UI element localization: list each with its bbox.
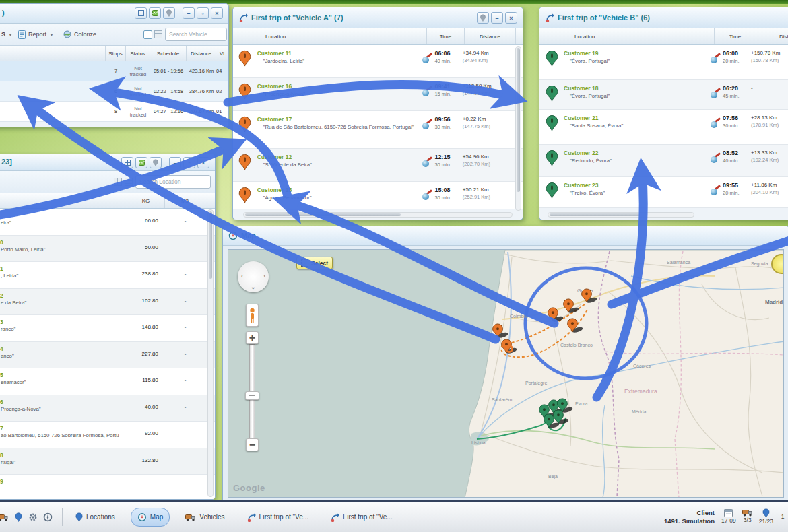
pan-down-icon[interactable]: ⌄ (251, 284, 256, 290)
col-marker[interactable] (233, 28, 257, 44)
taskbar-button-map[interactable]: Map (131, 508, 170, 527)
filter-checkbox[interactable] (143, 30, 152, 39)
stop-location: Customer 19 "Évora, Portugal" (564, 50, 711, 79)
taskbar-button-vehicles[interactable]: Vehicles (179, 508, 230, 526)
trip-stop-row[interactable]: Customer 11 "Jardoeira, Leiria" 06:0640 … (233, 45, 523, 78)
col-location[interactable]: Location (257, 28, 427, 44)
trip-b-horizontal-scrollbar[interactable] (548, 212, 694, 218)
location-row[interactable]: 7ão Bartolomeu, 6150-726 Sobreira Formos… (0, 422, 215, 448)
show-on-map-button[interactable] (149, 7, 161, 19)
location-row[interactable]: eira" 66.00 - (0, 209, 215, 236)
close-button[interactable]: × (211, 7, 223, 19)
pan-left-icon[interactable]: ‹ (241, 273, 243, 279)
vehicle-row[interactable]: 7 Not tracked 05:01 - 19:56 423.16 Km 04 (0, 61, 228, 81)
close-button[interactable]: × (197, 157, 209, 168)
location-row[interactable]: 6 Proença-a-Nova" 40.00 - (0, 395, 215, 422)
trip-stop-row[interactable]: Customer 17 "Rua de São Bartolomeu, 6150… (233, 111, 523, 149)
col-marker[interactable] (539, 28, 566, 44)
taskbar-truck-icon[interactable] (0, 510, 11, 525)
grid-view-button[interactable] (135, 7, 147, 19)
trip-b-titlebar[interactable]: First trip of "Vehicle B" (6) (539, 7, 788, 28)
gps-menu-button[interactable]: S▼ (1, 31, 13, 38)
grid-view-button[interactable] (121, 157, 133, 168)
stop-distance: - (751, 85, 788, 109)
minimize-button[interactable]: – (169, 157, 181, 168)
trip-stop-row[interactable]: Customer 16 "Proença-a-Nova" 09:4115 min… (233, 78, 523, 111)
col-distance[interactable]: Distance (756, 28, 788, 44)
col-vehicle[interactable]: Vi (216, 46, 228, 61)
vehicle-row[interactable]: 8 Not tracked 04:27 - 12:16 207.67 Km 01 (0, 102, 228, 122)
taskbar-gear-icon[interactable] (26, 510, 40, 525)
col-status[interactable]: Status (126, 46, 150, 61)
location-row[interactable]: 8rtugal" 132.80 - (0, 448, 215, 475)
location-row[interactable]: 5enamacor" 115.80 - (0, 368, 215, 395)
locations-panel-titlebar[interactable]: 23] – ▫ × (0, 154, 215, 171)
pin-panel-button[interactable] (150, 157, 162, 168)
col-time[interactable]: Time (427, 28, 465, 44)
col-stops[interactable]: Stops (106, 46, 126, 61)
trip-a-horizontal-scrollbar[interactable] (243, 212, 513, 218)
close-button[interactable]: × (505, 12, 517, 24)
vehicle-stops: 7 (106, 68, 126, 74)
search-vehicle-input[interactable] (165, 28, 227, 41)
location-m3: - (165, 342, 205, 368)
vehicle-row[interactable]: 6 Not tracked 02:22 - 14:58 384.76 Km 02 (0, 81, 228, 102)
maximize-button[interactable]: ▫ (197, 7, 209, 19)
pin-panel-button[interactable] (163, 7, 175, 19)
location-row[interactable]: 1, Leiria" 238.80 - (0, 262, 215, 289)
trip-stop-row[interactable]: Customer 18 "Évora, Portugal" 06:2045 mi… (539, 80, 788, 110)
col-vehicle-name[interactable] (0, 46, 106, 61)
columns-layout-icon[interactable] (114, 178, 122, 186)
street-view-pegman[interactable] (246, 304, 259, 327)
trip-stop-row[interactable]: Customer 12 "S. Vicente da Beira" 12:153… (233, 149, 523, 182)
map-select-button[interactable]: Select (296, 257, 333, 269)
map-panel-titlebar[interactable]: Map (223, 226, 788, 246)
col-schedule[interactable]: Schedule (150, 46, 187, 61)
colorize-button[interactable]: Colorize (63, 30, 96, 38)
taskbar-pin-icon[interactable] (11, 510, 26, 525)
location-row[interactable]: 0Porto Mairo, Leiria" 50.00 - (0, 236, 215, 263)
col-distance[interactable]: Distance (465, 28, 516, 44)
list-layout-icon[interactable] (154, 30, 162, 38)
report-menu-button[interactable]: Report▼ (18, 30, 54, 39)
pan-right-icon[interactable]: › (263, 273, 265, 279)
maximize-button[interactable]: ▫ (183, 157, 195, 168)
map-pan-control[interactable]: ‹ › ⌄ (238, 261, 269, 292)
trip-stop-row[interactable]: Customer 21 "Santa Susana, Évora" 07:563… (539, 110, 788, 145)
trip-stop-row[interactable]: Customer 15 "Águas, Penamacor" 15:0830 m… (233, 182, 523, 209)
trip-a-rows: Customer 11 "Jardoeira, Leiria" 06:0640 … (233, 45, 523, 209)
col-distance[interactable]: Distance (187, 46, 216, 61)
trip-icon (247, 512, 256, 522)
trip-stop-row[interactable]: Customer 22 "Redondo, Évora" 08:5240 min… (539, 145, 788, 177)
locations-vertical-scrollbar[interactable] (207, 209, 214, 497)
col-location-name[interactable] (0, 193, 127, 208)
location-row[interactable]: 9 (0, 475, 215, 500)
location-row[interactable]: 3ranco" 148.80 - (0, 315, 215, 342)
search-location-input[interactable] (135, 175, 211, 189)
zoom-in-button[interactable]: + (246, 331, 259, 344)
col-location[interactable]: Location (566, 28, 715, 44)
zoom-slider-handle[interactable] (245, 391, 259, 400)
pin-panel-button[interactable] (477, 12, 489, 24)
trip-a-titlebar[interactable]: First trip of "Vehicle A" (7) – × (233, 7, 523, 28)
minimize-button[interactable]: – (183, 7, 195, 19)
show-on-map-button[interactable] (135, 157, 147, 168)
col-m3[interactable]: M3 (165, 193, 205, 208)
trip-a-vertical-scrollbar[interactable] (515, 46, 521, 211)
taskbar-button-first-trip-of-ve-[interactable]: First trip of "Ve... (240, 508, 315, 526)
list-layout-icon[interactable] (125, 178, 133, 186)
taskbar-button-first-trip-of-ve-[interactable]: First trip of "Ve... (324, 508, 399, 526)
taskbar-button-locations[interactable]: Locations (69, 508, 121, 526)
zoom-out-button[interactable]: − (246, 438, 259, 451)
col-time[interactable]: Time (715, 28, 756, 44)
location-row[interactable]: 4anco" 227.80 - (0, 342, 215, 369)
vehicles-panel-titlebar[interactable]: ) – ▫ × (0, 4, 228, 24)
trip-stop-row[interactable]: Customer 23 "Freixo, Évora" 09:5520 min.… (539, 177, 788, 208)
map-canvas[interactable]: SalamancaSegoviaMadridCoimbraGuardaCaste… (228, 250, 784, 498)
map-viewport[interactable]: SalamancaSegoviaMadridCoimbraGuardaCaste… (228, 249, 784, 498)
minimize-button[interactable]: – (491, 12, 503, 24)
trip-stop-row[interactable]: Customer 19 "Évora, Portugal" 06:0020 mi… (539, 45, 788, 80)
taskbar-compass-icon[interactable] (40, 510, 55, 525)
location-row[interactable]: 2e da Beira" 102.80 - (0, 289, 215, 316)
col-kg[interactable]: KG (127, 193, 165, 208)
